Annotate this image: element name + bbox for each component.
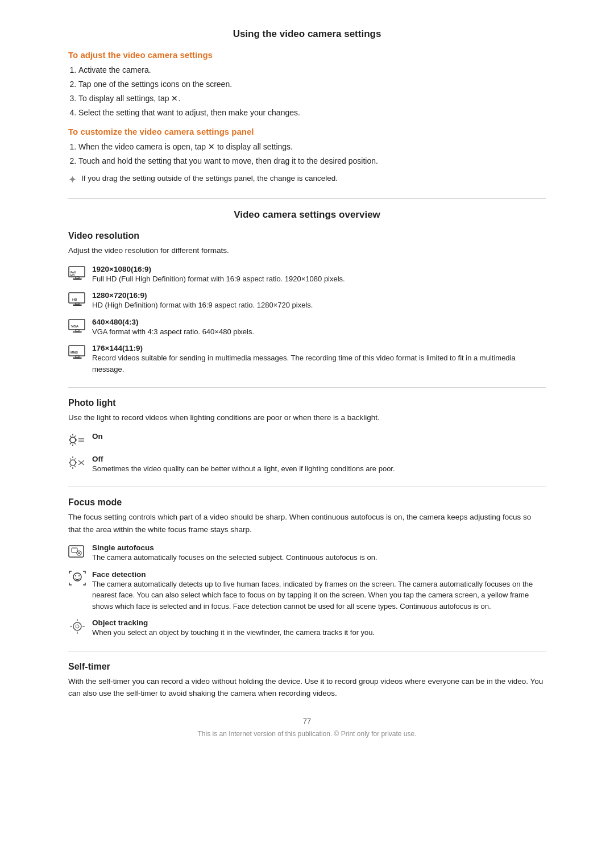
resolution-option-mms: MMS 176×144(11:9) Record videos suitable… — [68, 344, 546, 375]
tip-box: ✦ If you drag the setting outside of the… — [68, 173, 546, 186]
photo-light-content-on: On — [92, 432, 546, 441]
tip-text: If you drag the setting outside of the s… — [81, 173, 338, 184]
focus-option-single: Single autofocus The camera automaticall… — [68, 543, 546, 563]
adjust-step-2: Tap one of the settings icons on the scr… — [78, 78, 546, 90]
customize-subtitle: To customize the video camera settings p… — [68, 127, 546, 136]
divider-photo-light — [68, 387, 546, 388]
svg-line-25 — [70, 443, 71, 444]
photo-light-content-off: Off Sometimes the video quality can be b… — [92, 455, 546, 475]
svg-rect-11 — [73, 331, 81, 333]
svg-line-23 — [74, 443, 76, 444]
photo-light-desc: Use the light to record videos when ligh… — [68, 412, 546, 424]
svg-point-28 — [70, 460, 76, 466]
main-section-title: Using the video camera settings — [68, 28, 546, 40]
svg-rect-40 — [72, 548, 77, 553]
focus-content-face: Face detection The camera automatically … — [92, 570, 546, 612]
svg-line-24 — [74, 435, 76, 437]
resolution-content-vga: 640×480(4:3) VGA format with 4:3 aspect … — [92, 318, 546, 338]
svg-rect-7 — [73, 305, 81, 306]
customize-step-1: When the video camera is open, tap ✕ to … — [78, 141, 546, 153]
focus-name-face: Face detection — [92, 570, 546, 579]
resolution-icon-hd: HD — [68, 291, 86, 307]
adjust-step-1: Activate the camera. — [78, 64, 546, 76]
svg-text:HD: HD — [70, 273, 75, 276]
resolution-option-vga: VGA 640×480(4:3) VGA format with 4:3 asp… — [68, 318, 546, 338]
footer-text: This is an Internet version of this publ… — [68, 730, 546, 738]
photo-light-list: On Off Sometimes the video — [68, 432, 546, 475]
photo-light-detail-off: Sometimes the video quality can be bette… — [92, 463, 546, 475]
resolution-option-fullhd: Full HD 1920×1080(16:9) Full HD (Full Hi… — [68, 265, 546, 285]
adjust-step-4: Select the setting that want to adjust, … — [78, 107, 546, 119]
svg-point-46 — [73, 622, 81, 630]
focus-icon-face — [68, 570, 86, 586]
svg-text:HD: HD — [72, 298, 77, 301]
focus-detail-object: When you select an object by touching it… — [92, 627, 546, 638]
svg-point-45 — [78, 575, 80, 576]
photo-light-icon-off — [68, 455, 86, 471]
resolution-content-mms: 176×144(11:9) Record videos suitable for… — [92, 344, 546, 375]
self-timer-desc: With the self-timer you can record a vid… — [68, 675, 546, 700]
focus-name-object: Object tracking — [92, 618, 546, 627]
resolution-detail-hd: HD (High Definition) format with 16:9 as… — [92, 300, 546, 311]
focus-mode-list: Single autofocus The camera automaticall… — [68, 543, 546, 638]
resolution-detail-fullhd: Full HD (Full High Definition) format wi… — [92, 273, 546, 285]
photo-light-option-on: On — [68, 432, 546, 448]
resolution-name-vga: 640×480(4:3) — [92, 318, 546, 326]
focus-content-object: Object tracking When you select an objec… — [92, 618, 546, 638]
divider-self-timer — [68, 651, 546, 651]
tip-icon: ✦ — [68, 173, 77, 186]
svg-line-34 — [74, 466, 76, 467]
resolution-detail-vga: VGA format with 4:3 aspect ratio. 640×48… — [92, 326, 546, 338]
focus-icon-single — [68, 543, 86, 559]
resolution-option-hd: HD 1280×720(16:9) HD (High Definition) f… — [68, 291, 546, 311]
svg-point-44 — [75, 575, 76, 576]
resolution-list: Full HD 1920×1080(16:9) Full HD (Full Hi… — [68, 265, 546, 375]
photo-light-title: Photo light — [68, 398, 546, 408]
photo-light-icon-on — [68, 432, 86, 448]
resolution-name-hd: 1280×720(16:9) — [92, 291, 546, 300]
svg-line-36 — [70, 466, 71, 467]
focus-detail-face: The camera automatically detects up to f… — [92, 579, 546, 612]
focus-mode-title: Focus mode — [68, 497, 546, 508]
resolution-name-mms: 176×144(11:9) — [92, 344, 546, 352]
focus-content-single: Single autofocus The camera automaticall… — [92, 543, 546, 563]
svg-line-35 — [74, 458, 76, 459]
svg-line-22 — [70, 435, 71, 437]
svg-text:VGA: VGA — [71, 325, 79, 328]
adjust-steps-list: Activate the camera. Tap one of the sett… — [78, 64, 546, 119]
self-timer-title: Self-timer — [68, 662, 546, 672]
focus-mode-desc: The focus setting controls which part of… — [68, 511, 546, 535]
resolution-name-fullhd: 1920×1080(16:9) — [92, 265, 546, 273]
resolution-icon-vga: VGA — [68, 318, 86, 334]
focus-detail-single: The camera automatically focuses on the … — [92, 552, 546, 563]
svg-point-42 — [78, 553, 80, 554]
video-resolution-title: Video resolution — [68, 231, 546, 241]
svg-rect-2 — [73, 279, 81, 280]
page-number: 77 — [68, 717, 546, 725]
resolution-content-hd: 1280×720(16:9) HD (High Definition) form… — [92, 291, 546, 311]
focus-icon-object — [68, 618, 86, 634]
adjust-step-3: To display all settings, tap ✕. — [78, 93, 546, 105]
svg-rect-15 — [73, 358, 81, 359]
focus-name-single: Single autofocus — [92, 543, 546, 552]
svg-point-17 — [70, 437, 76, 443]
customize-steps-list: When the video camera is open, tap ✕ to … — [78, 141, 546, 167]
svg-line-33 — [70, 458, 71, 459]
divider-focus-mode — [68, 487, 546, 487]
adjust-subtitle: To adjust the video camera settings — [68, 50, 546, 60]
svg-point-47 — [76, 625, 79, 628]
focus-option-face: Face detection The camera automatically … — [68, 570, 546, 612]
svg-text:MMS: MMS — [70, 351, 78, 354]
focus-option-object: Object tracking When you select an objec… — [68, 618, 546, 638]
photo-light-name-on: On — [92, 432, 546, 441]
video-resolution-desc: Adjust the video resolution for differen… — [68, 244, 546, 257]
resolution-icon-fullhd: Full HD — [68, 265, 86, 281]
svg-rect-39 — [69, 546, 84, 557]
photo-light-option-off: Off Sometimes the video quality can be b… — [68, 455, 546, 475]
overview-title: Video camera settings overview — [68, 198, 546, 221]
resolution-detail-mms: Record videos suitable for sending in mu… — [92, 352, 546, 375]
resolution-icon-mms: MMS — [68, 344, 86, 360]
resolution-content-fullhd: 1920×1080(16:9) Full HD (Full High Defin… — [92, 265, 546, 285]
customize-step-2: Touch and hold the setting that you want… — [78, 155, 546, 167]
photo-light-name-off: Off — [92, 455, 546, 463]
